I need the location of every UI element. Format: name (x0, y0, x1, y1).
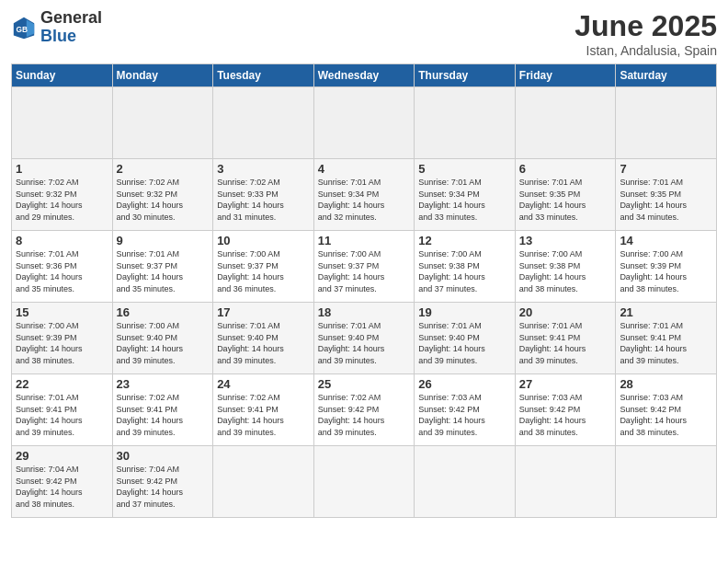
week-row-0 (12, 87, 717, 159)
day-number: 6 (519, 162, 612, 176)
calendar-cell: 10Sunrise: 7:00 AM Sunset: 9:37 PM Dayli… (213, 231, 314, 303)
day-info: Sunrise: 7:01 AM Sunset: 9:40 PM Dayligh… (418, 320, 511, 366)
calendar-cell (515, 87, 616, 159)
calendar-cell: 20Sunrise: 7:01 AM Sunset: 9:41 PM Dayli… (515, 303, 616, 374)
day-number: 30 (117, 449, 210, 463)
week-row-4: 22Sunrise: 7:01 AM Sunset: 9:41 PM Dayli… (12, 374, 717, 446)
calendar-cell: 12Sunrise: 7:00 AM Sunset: 9:38 PM Dayli… (415, 231, 516, 303)
day-number: 11 (318, 234, 411, 247)
day-info: Sunrise: 7:00 AM Sunset: 9:38 PM Dayligh… (519, 248, 612, 294)
calendar-table: SundayMondayTuesdayWednesdayThursdayFrid… (11, 63, 717, 518)
calendar-cell (213, 446, 314, 518)
day-info: Sunrise: 7:04 AM Sunset: 9:42 PM Dayligh… (117, 464, 210, 510)
day-info: Sunrise: 7:00 AM Sunset: 9:37 PM Dayligh… (318, 248, 411, 294)
day-info: Sunrise: 7:01 AM Sunset: 9:35 PM Dayligh… (519, 177, 612, 223)
calendar-header-row: SundayMondayTuesdayWednesdayThursdayFrid… (12, 64, 717, 87)
day-info: Sunrise: 7:01 AM Sunset: 9:36 PM Dayligh… (16, 248, 108, 294)
logo: GB General Blue (11, 9, 102, 46)
week-row-5: 29Sunrise: 7:04 AM Sunset: 9:42 PM Dayli… (12, 446, 717, 518)
day-info: Sunrise: 7:02 AM Sunset: 9:41 PM Dayligh… (117, 392, 210, 438)
day-number: 2 (117, 162, 210, 176)
column-header-friday: Friday (515, 64, 616, 87)
calendar-cell: 22Sunrise: 7:01 AM Sunset: 9:41 PM Dayli… (12, 374, 113, 446)
day-number: 24 (217, 377, 310, 391)
calendar-cell: 5Sunrise: 7:01 AM Sunset: 9:34 PM Daylig… (415, 159, 516, 231)
column-header-monday: Monday (112, 64, 213, 87)
day-number: 20 (519, 305, 612, 319)
calendar-subtitle: Istan, Andalusia, Spain (574, 43, 717, 58)
calendar-cell (112, 87, 213, 159)
calendar-cell: 15Sunrise: 7:00 AM Sunset: 9:39 PM Dayli… (12, 303, 113, 374)
calendar-cell: 11Sunrise: 7:00 AM Sunset: 9:37 PM Dayli… (313, 231, 415, 303)
day-number: 8 (16, 234, 108, 247)
day-number: 16 (117, 305, 210, 319)
day-info: Sunrise: 7:01 AM Sunset: 9:34 PM Dayligh… (318, 177, 411, 223)
day-info: Sunrise: 7:00 AM Sunset: 9:40 PM Dayligh… (117, 320, 210, 366)
day-info: Sunrise: 7:02 AM Sunset: 9:42 PM Dayligh… (318, 392, 411, 438)
day-number: 14 (620, 234, 712, 247)
day-info: Sunrise: 7:00 AM Sunset: 9:38 PM Dayligh… (418, 248, 511, 294)
calendar-cell: 14Sunrise: 7:00 AM Sunset: 9:39 PM Dayli… (616, 231, 717, 303)
day-number: 17 (217, 305, 310, 319)
calendar-cell: 4Sunrise: 7:01 AM Sunset: 9:34 PM Daylig… (313, 159, 415, 231)
day-number: 28 (620, 377, 712, 391)
calendar-cell: 29Sunrise: 7:04 AM Sunset: 9:42 PM Dayli… (12, 446, 113, 518)
calendar-title: June 2025 (574, 9, 717, 43)
day-number: 22 (16, 377, 108, 391)
calendar-cell: 7Sunrise: 7:01 AM Sunset: 9:35 PM Daylig… (616, 159, 717, 231)
day-number: 23 (117, 377, 210, 391)
calendar-cell (616, 446, 717, 518)
calendar-cell: 25Sunrise: 7:02 AM Sunset: 9:42 PM Dayli… (313, 374, 415, 446)
day-info: Sunrise: 7:04 AM Sunset: 9:42 PM Dayligh… (16, 464, 108, 510)
day-number: 10 (217, 234, 310, 247)
calendar-cell: 30Sunrise: 7:04 AM Sunset: 9:42 PM Dayli… (112, 446, 213, 518)
day-number: 5 (418, 162, 511, 176)
calendar-cell: 3Sunrise: 7:02 AM Sunset: 9:33 PM Daylig… (213, 159, 314, 231)
week-row-3: 15Sunrise: 7:00 AM Sunset: 9:39 PM Dayli… (12, 303, 717, 374)
title-block: June 2025 Istan, Andalusia, Spain (574, 9, 717, 58)
calendar-cell: 24Sunrise: 7:02 AM Sunset: 9:41 PM Dayli… (213, 374, 314, 446)
day-number: 7 (620, 162, 712, 176)
day-number: 26 (418, 377, 511, 391)
calendar-cell (515, 446, 616, 518)
day-number: 4 (318, 162, 411, 176)
calendar-cell: 23Sunrise: 7:02 AM Sunset: 9:41 PM Dayli… (112, 374, 213, 446)
day-info: Sunrise: 7:01 AM Sunset: 9:34 PM Dayligh… (418, 177, 511, 223)
calendar-cell: 28Sunrise: 7:03 AM Sunset: 9:42 PM Dayli… (616, 374, 717, 446)
week-row-1: 1Sunrise: 7:02 AM Sunset: 9:32 PM Daylig… (12, 159, 717, 231)
day-info: Sunrise: 7:02 AM Sunset: 9:32 PM Dayligh… (117, 177, 210, 223)
calendar-cell: 6Sunrise: 7:01 AM Sunset: 9:35 PM Daylig… (515, 159, 616, 231)
calendar-cell (12, 87, 113, 159)
day-info: Sunrise: 7:00 AM Sunset: 9:39 PM Dayligh… (16, 320, 108, 366)
day-number: 1 (16, 162, 108, 176)
day-info: Sunrise: 7:02 AM Sunset: 9:41 PM Dayligh… (217, 392, 310, 438)
day-info: Sunrise: 7:02 AM Sunset: 9:33 PM Dayligh… (217, 177, 310, 223)
day-number: 25 (318, 377, 411, 391)
day-info: Sunrise: 7:02 AM Sunset: 9:32 PM Dayligh… (16, 177, 108, 223)
day-info: Sunrise: 7:03 AM Sunset: 9:42 PM Dayligh… (418, 392, 511, 438)
calendar-cell: 21Sunrise: 7:01 AM Sunset: 9:41 PM Dayli… (616, 303, 717, 374)
column-header-wednesday: Wednesday (313, 64, 415, 87)
calendar-cell (313, 87, 415, 159)
calendar-cell: 18Sunrise: 7:01 AM Sunset: 9:40 PM Dayli… (313, 303, 415, 374)
day-info: Sunrise: 7:01 AM Sunset: 9:41 PM Dayligh… (16, 392, 108, 438)
calendar-cell: 8Sunrise: 7:01 AM Sunset: 9:36 PM Daylig… (12, 231, 113, 303)
day-number: 18 (318, 305, 411, 319)
day-info: Sunrise: 7:01 AM Sunset: 9:35 PM Dayligh… (620, 177, 712, 223)
day-info: Sunrise: 7:01 AM Sunset: 9:41 PM Dayligh… (620, 320, 712, 366)
page-container: GB General Blue June 2025 Istan, Andalus… (0, 0, 728, 527)
calendar-cell (415, 446, 516, 518)
calendar-cell: 2Sunrise: 7:02 AM Sunset: 9:32 PM Daylig… (112, 159, 213, 231)
day-number: 12 (418, 234, 511, 247)
logo-icon: GB (11, 15, 37, 40)
logo-blue-text: Blue (40, 28, 102, 46)
day-info: Sunrise: 7:01 AM Sunset: 9:37 PM Dayligh… (117, 248, 210, 294)
day-number: 21 (620, 305, 712, 319)
column-header-sunday: Sunday (12, 64, 113, 87)
calendar-cell (213, 87, 314, 159)
logo-general-text: General (40, 9, 102, 28)
svg-text:GB: GB (17, 24, 28, 33)
day-info: Sunrise: 7:03 AM Sunset: 9:42 PM Dayligh… (519, 392, 612, 438)
column-header-saturday: Saturday (616, 64, 717, 87)
calendar-cell: 13Sunrise: 7:00 AM Sunset: 9:38 PM Dayli… (515, 231, 616, 303)
